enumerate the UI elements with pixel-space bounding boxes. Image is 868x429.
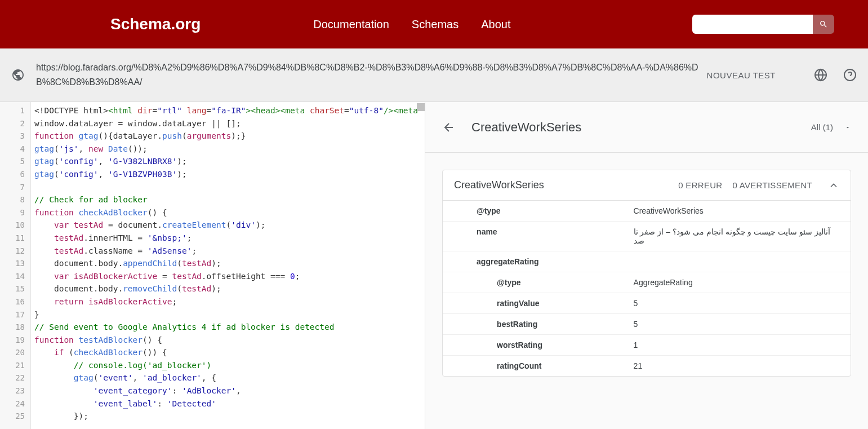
back-arrow-icon[interactable]	[442, 121, 456, 134]
code-editor[interactable]: <!DOCTYPE html><html dir="rtl" lang="fa-…	[31, 102, 425, 429]
line-number: 18	[0, 321, 30, 334]
code-panel: 1234567891011121314151617181920212223242…	[0, 102, 425, 429]
search-button[interactable]	[813, 15, 834, 34]
line-number: 7	[0, 181, 30, 194]
help-icon[interactable]	[843, 68, 857, 82]
search-icon	[819, 20, 828, 29]
line-number: 20	[0, 346, 30, 359]
logo[interactable]: Schema.org	[110, 15, 201, 33]
main-nav: Documentation Schemas About	[313, 18, 692, 31]
line-number: 1	[0, 104, 30, 117]
line-number: 5	[0, 155, 30, 168]
result-card: CreativeWorkSeries 0 ERREUR 0 AVERTISSEM…	[442, 170, 851, 377]
property-value: 5	[622, 314, 851, 335]
property-value: 5	[622, 293, 851, 314]
line-number: 23	[0, 384, 30, 397]
property-key: @type	[454, 278, 520, 287]
search-box	[692, 15, 834, 34]
new-test-button[interactable]: NOUVEAU TEST	[707, 70, 776, 80]
property-value: 21	[622, 356, 851, 377]
card-title: CreativeWorkSeries	[454, 179, 668, 191]
filter-label: All (1)	[811, 122, 833, 132]
property-value: CreativeWorkSeries	[622, 201, 851, 222]
property-key: bestRating	[454, 320, 537, 329]
table-row[interactable]: aggregateRating	[443, 251, 851, 272]
line-number: 21	[0, 359, 30, 372]
line-number: 10	[0, 219, 30, 232]
language-icon[interactable]	[814, 68, 827, 82]
line-number: 9	[0, 206, 30, 219]
property-key: worstRating	[454, 340, 542, 350]
line-number: 22	[0, 371, 30, 384]
chevron-up-icon[interactable]	[828, 180, 839, 191]
table-row[interactable]: worstRating1	[443, 335, 851, 356]
table-row[interactable]: nameآنالیز سئو سایت چیست و چگونه انجام م…	[443, 222, 851, 251]
table-row[interactable]: bestRating5	[443, 314, 851, 335]
card-header[interactable]: CreativeWorkSeries 0 ERREUR 0 AVERTISSEM…	[443, 170, 851, 201]
results-body: CreativeWorkSeries 0 ERREUR 0 AVERTISSEM…	[425, 153, 868, 377]
search-input[interactable]	[692, 15, 813, 34]
filter-dropdown[interactable]: All (1)	[811, 122, 851, 132]
toolbar: https://blog.faradars.org/%D8%A2%D9%86%D…	[0, 48, 868, 102]
site-header: Schema.org Documentation Schemas About	[0, 0, 868, 48]
table-row[interactable]: @typeCreativeWorkSeries	[443, 201, 851, 222]
line-number: 6	[0, 168, 30, 181]
scrollbar-thumb[interactable]	[417, 103, 425, 111]
line-number: 8	[0, 193, 30, 206]
line-number: 2	[0, 117, 30, 130]
property-value	[622, 251, 851, 272]
line-number: 4	[0, 143, 30, 156]
property-key: @type	[454, 206, 500, 215]
line-number: 16	[0, 295, 30, 308]
nav-about[interactable]: About	[481, 18, 510, 31]
table-row[interactable]: ratingValue5	[443, 293, 851, 314]
property-key: name	[454, 227, 497, 236]
property-key: ratingCount	[454, 361, 541, 370]
line-gutter: 1234567891011121314151617181920212223242…	[0, 102, 31, 429]
error-count: 0 ERREUR	[678, 180, 722, 190]
property-key: ratingValue	[454, 299, 539, 308]
properties-table: @typeCreativeWorkSeriesnameآنالیز سئو سا…	[443, 201, 851, 376]
nav-documentation[interactable]: Documentation	[313, 18, 389, 31]
results-title: CreativeWorkSeries	[471, 120, 811, 135]
line-number: 3	[0, 130, 30, 143]
results-header: CreativeWorkSeries All (1)	[425, 102, 868, 153]
chevron-down-icon	[844, 124, 851, 131]
line-number: 15	[0, 282, 30, 295]
tested-url: https://blog.faradars.org/%D8%A2%D9%86%D…	[36, 60, 707, 89]
line-number: 12	[0, 245, 30, 258]
line-number: 11	[0, 232, 30, 245]
line-number: 17	[0, 308, 30, 321]
results-panel: CreativeWorkSeries All (1) CreativeWorkS…	[425, 102, 868, 429]
table-row[interactable]: @typeAggregateRating	[443, 272, 851, 293]
nav-schemas[interactable]: Schemas	[412, 18, 459, 31]
table-row[interactable]: ratingCount21	[443, 356, 851, 377]
line-number: 25	[0, 410, 30, 423]
property-value: 1	[622, 335, 851, 356]
globe-icon	[11, 68, 25, 82]
property-value: آنالیز سئو سایت چیست و چگونه انجام می شو…	[622, 222, 851, 251]
property-value: AggregateRating	[622, 272, 851, 293]
line-number: 19	[0, 334, 30, 347]
line-number: 13	[0, 257, 30, 270]
warning-count: 0 AVERTISSEMENT	[732, 180, 812, 190]
line-number: 24	[0, 397, 30, 410]
main-content: 1234567891011121314151617181920212223242…	[0, 102, 868, 429]
line-number: 14	[0, 270, 30, 283]
property-key: aggregateRating	[454, 257, 538, 266]
